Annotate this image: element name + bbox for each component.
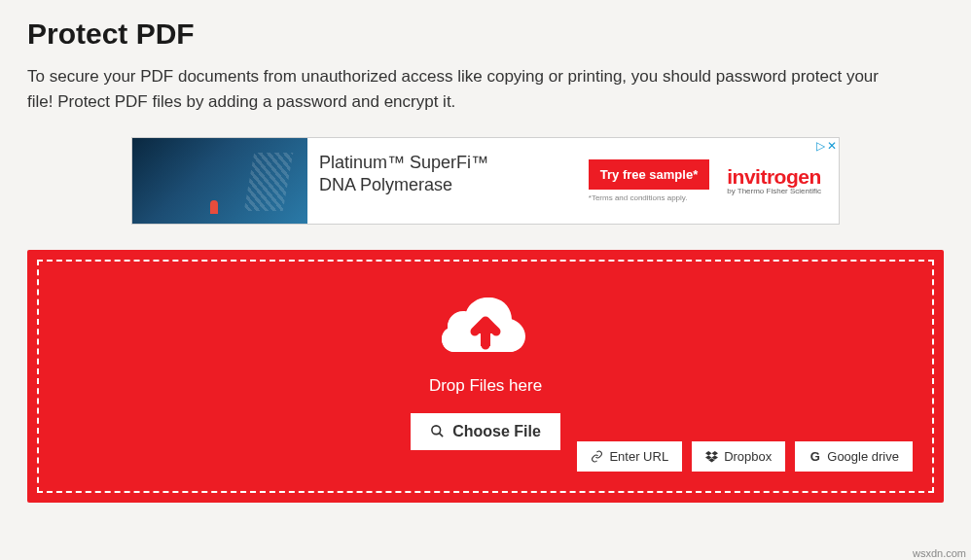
svg-line-2	[440, 434, 444, 438]
page-title: Protect PDF	[27, 18, 944, 51]
adchoices-icon[interactable]: ▷	[816, 140, 825, 152]
ad-brand-sub: by Thermo Fisher Scientific	[727, 187, 821, 195]
svg-point-1	[432, 426, 441, 435]
ad-terms: *Terms and conditions apply.	[589, 193, 688, 202]
ad-close-icon[interactable]: ✕	[827, 140, 837, 152]
google-drive-label: Google drive	[827, 449, 899, 464]
cloud-upload-icon	[442, 291, 529, 363]
dropbox-button[interactable]: Dropbox	[692, 441, 785, 472]
ad-banner[interactable]: Platinum™ SuperFi™ DNA Polymerase Try fr…	[131, 137, 840, 225]
ad-brand: invitrogen by Thermo Fisher Scientific	[727, 165, 821, 195]
svg-rect-0	[481, 328, 490, 346]
enter-url-button[interactable]: Enter URL	[577, 441, 682, 472]
choose-file-button[interactable]: Choose File	[411, 413, 560, 450]
dropbox-label: Dropbox	[724, 449, 772, 464]
google-icon: G	[809, 450, 821, 463]
ad-image	[132, 138, 307, 224]
ad-brand-name: invitrogen	[727, 165, 821, 189]
search-icon	[430, 424, 445, 438]
dropbox-icon	[705, 450, 718, 463]
page-description: To secure your PDF documents from unauth…	[27, 64, 883, 116]
enter-url-label: Enter URL	[609, 449, 668, 464]
ad-cta-button[interactable]: Try free sample*	[589, 159, 709, 190]
ad-headline-line2: DNA Polymerase	[319, 175, 452, 194]
choose-file-label: Choose File	[452, 423, 541, 440]
upload-dropzone[interactable]: Drop Files here Choose File Enter URL	[37, 260, 934, 493]
ad-headline-line1: Platinum™ SuperFi™	[319, 153, 488, 172]
google-drive-button[interactable]: G Google drive	[795, 441, 913, 472]
upload-zone[interactable]: Drop Files here Choose File Enter URL	[27, 250, 944, 503]
link-icon	[591, 450, 603, 463]
drop-files-label: Drop Files here	[429, 376, 542, 396]
watermark: wsxdn.com	[910, 546, 969, 560]
ad-text: Platinum™ SuperFi™ DNA Polymerase	[307, 138, 589, 224]
